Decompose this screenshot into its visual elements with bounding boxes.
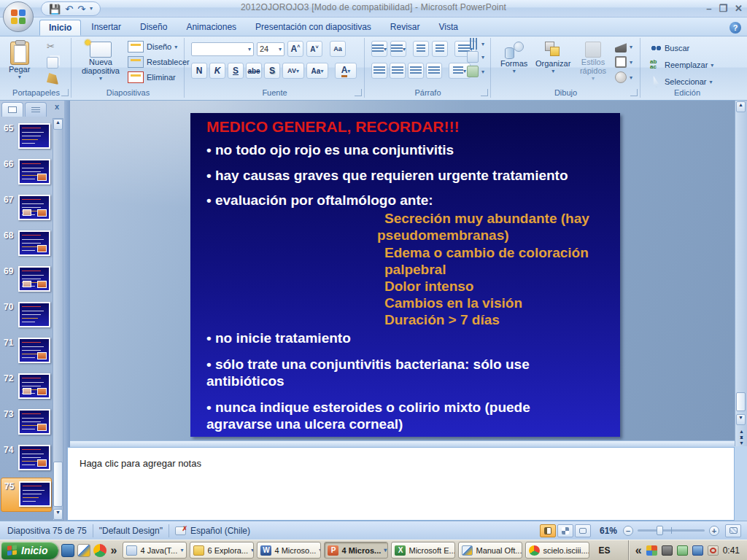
taskbar-button-manual[interactable]: Manual Oft...: [458, 542, 522, 559]
quicklaunch-overflow[interactable]: »: [109, 544, 123, 557]
font-size-combo[interactable]: 24▾: [257, 42, 285, 56]
scroll-up-icon[interactable]: ▲: [736, 101, 746, 112]
minimize-button[interactable]: –: [706, 3, 711, 14]
slide-sorter-button[interactable]: [557, 524, 573, 537]
normal-view-button[interactable]: [540, 524, 556, 537]
zoom-in-button[interactable]: +: [709, 526, 719, 536]
tab-insertar[interactable]: Insertar: [82, 20, 130, 36]
cut-icon[interactable]: ✂: [47, 41, 58, 52]
tray-overflow-chevron[interactable]: «: [635, 544, 642, 557]
clipboard-dialog-launcher[interactable]: [61, 89, 69, 96]
change-case-button[interactable]: Aa▾: [306, 63, 328, 79]
smartart-button[interactable]: ▾: [467, 66, 484, 77]
text-direction-button[interactable]: ▾: [467, 39, 484, 48]
shapes-button[interactable]: Formas ▾: [498, 39, 530, 77]
taskbar-button-scielo[interactable]: scielo.isciii....: [525, 542, 589, 559]
tab-presentacion[interactable]: Presentación con diapositivas: [247, 20, 380, 36]
slide-thumbnail-70[interactable]: 70: [1, 299, 52, 333]
copy-icon[interactable]: [47, 57, 58, 69]
scroll-down-icon[interactable]: ▼: [736, 414, 746, 425]
justify-button[interactable]: [426, 63, 442, 79]
slide-thumbnail-67[interactable]: 67: [1, 192, 52, 226]
paste-button[interactable]: Pegar ▾: [6, 39, 33, 82]
bold-button[interactable]: N: [191, 63, 207, 79]
reset-button[interactable]: Restablecer: [128, 56, 190, 68]
slide-thumbnail-72[interactable]: 72: [1, 370, 52, 405]
panel-scroll-down-icon[interactable]: ▼: [53, 509, 63, 520]
notes-splitter[interactable]: [70, 440, 735, 447]
tab-revisar[interactable]: Revisar: [382, 20, 429, 36]
notes-pane[interactable]: Haga clic para agregar notas: [67, 447, 735, 521]
increase-indent-button[interactable]: [432, 41, 448, 57]
scroll-thumb[interactable]: [736, 392, 746, 411]
select-button[interactable]: Seleccionar▾: [650, 76, 713, 88]
volume-muted-icon[interactable]: [708, 545, 719, 556]
bullets-button[interactable]: ▾: [371, 41, 387, 57]
editor-scrollbar[interactable]: ▲ ▼ ▲▲ ▼▼: [735, 101, 747, 446]
taskbar-group-java[interactable]: 4 Java(T...▾: [123, 542, 187, 559]
slide-thumbnail-73[interactable]: 73: [1, 406, 52, 440]
tab-outline[interactable]: [25, 102, 47, 117]
zoom-slider[interactable]: [638, 529, 705, 532]
display-icon[interactable]: [662, 545, 673, 556]
quick-styles-button[interactable]: Estilos rápidos ▾: [572, 39, 614, 84]
zoom-slider-thumb[interactable]: [657, 526, 663, 535]
character-spacing-button[interactable]: AV▾: [282, 63, 304, 79]
layout-button[interactable]: Diseño▾: [128, 41, 190, 52]
slide-thumbnail-66[interactable]: 66: [1, 156, 52, 190]
slideshow-button[interactable]: [575, 524, 591, 537]
numbering-button[interactable]: ▾: [390, 41, 406, 57]
chrome-icon[interactable]: [93, 544, 107, 557]
align-center-button[interactable]: [390, 63, 406, 79]
undo-icon[interactable]: ↶: [65, 4, 73, 14]
paragraph-dialog-launcher[interactable]: [481, 89, 488, 96]
tab-animaciones[interactable]: Animaciones: [177, 20, 245, 36]
panel-scrollbar[interactable]: ▲ ▼: [53, 118, 63, 521]
align-left-button[interactable]: [371, 63, 387, 79]
slide-thumbnail-69[interactable]: 69: [1, 263, 52, 298]
underline-button[interactable]: S: [228, 63, 244, 79]
save-icon[interactable]: 💾: [49, 4, 61, 14]
show-desktop-icon[interactable]: [61, 544, 74, 557]
tab-slides-thumbnails[interactable]: [1, 102, 23, 117]
delete-slide-button[interactable]: Eliminar: [128, 71, 190, 83]
network-icon[interactable]: [692, 545, 703, 556]
qat-customize-icon[interactable]: ▾: [90, 6, 93, 12]
drawing-dialog-launcher[interactable]: [630, 89, 638, 96]
zoom-out-button[interactable]: –: [623, 526, 633, 536]
tab-inicio[interactable]: Inicio: [39, 20, 81, 36]
redo-icon[interactable]: ↷: [77, 4, 85, 14]
keyboard-language[interactable]: ES: [592, 545, 616, 556]
taskbar-group-explorer[interactable]: 6 Explora...▾: [190, 542, 254, 559]
italic-button[interactable]: K: [209, 63, 225, 79]
new-slide-button[interactable]: ✹ Nueva diapositiva ▾: [78, 39, 123, 84]
next-slide-icon[interactable]: ▼▼: [739, 435, 744, 446]
shape-outline-button[interactable]: ▾: [615, 56, 632, 68]
slide-thumbnail-65[interactable]: 65: [1, 120, 52, 155]
decrease-indent-button[interactable]: [413, 41, 429, 57]
font-name-combo[interactable]: ▾: [191, 42, 254, 56]
antivirus-icon[interactable]: [646, 545, 657, 556]
spellcheck-icon[interactable]: ✗: [175, 526, 186, 535]
slide-thumbnail-71[interactable]: 71: [1, 335, 52, 369]
current-slide-canvas[interactable]: MEDICO GENERAL, RECORDAR!!! no todo ojo …: [190, 113, 620, 437]
format-painter-icon[interactable]: [47, 73, 58, 85]
close-button[interactable]: ✕: [735, 3, 743, 14]
help-button[interactable]: ?: [729, 22, 741, 34]
restore-button[interactable]: ❐: [719, 3, 727, 14]
align-right-button[interactable]: [408, 63, 424, 79]
taskbar-button-excel[interactable]: X Microsoft E...: [391, 542, 455, 559]
slide-thumbnail-74[interactable]: 74: [1, 442, 52, 476]
replace-button[interactable]: abac Reemplazar▾: [650, 59, 713, 71]
panel-scroll-thumb[interactable]: [53, 462, 63, 507]
strikethrough-button[interactable]: abe: [246, 63, 262, 79]
find-button[interactable]: Buscar: [650, 42, 713, 54]
tab-vista[interactable]: Vista: [430, 20, 467, 36]
arrange-button[interactable]: Organizar ▾: [533, 39, 573, 77]
tab-diseno[interactable]: Diseño: [131, 20, 176, 36]
clear-formatting-button[interactable]: Aa: [330, 41, 346, 57]
grow-font-button[interactable]: A˄: [287, 41, 303, 57]
start-button[interactable]: Inicio: [1, 542, 58, 559]
shape-fill-button[interactable]: ▾: [615, 41, 632, 52]
zoom-level[interactable]: 61%: [592, 526, 623, 536]
